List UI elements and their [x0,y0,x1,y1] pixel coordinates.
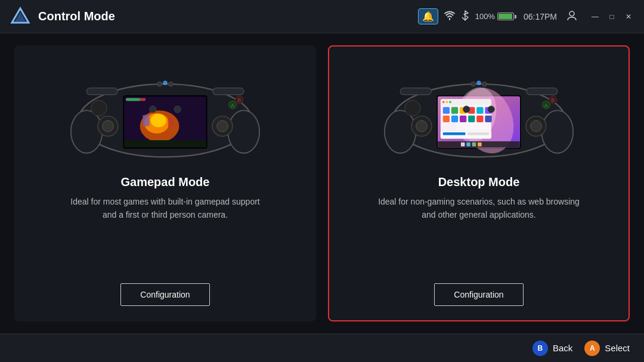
svg-rect-47 [441,103,491,105]
svg-point-78 [488,106,494,113]
svg-rect-52 [451,107,458,114]
svg-rect-62 [485,116,491,122]
svg-rect-44 [478,143,482,147]
gamepad-mode-title: Gamepad Mode [121,175,210,189]
gamepad-mode-card[interactable]: A B Gamepad Mode Ideal for most games wi… [14,45,316,321]
svg-point-81 [482,82,487,86]
svg-point-17 [103,120,114,132]
svg-rect-13 [124,140,206,147]
desktop-mode-title: Desktop Mode [438,175,520,189]
desktop-config-button[interactable]: Configuration [434,283,523,306]
svg-point-19 [217,120,228,132]
svg-rect-76 [527,88,558,95]
gamepad-config-button[interactable]: Configuration [120,283,209,306]
svg-text:B: B [551,97,555,103]
svg-rect-43 [472,143,476,147]
svg-rect-58 [451,116,458,122]
svg-point-2 [569,11,574,16]
svg-point-79 [471,82,476,86]
svg-point-31 [169,82,174,86]
svg-rect-25 [86,88,117,95]
svg-rect-42 [466,143,470,147]
svg-point-28 [174,106,181,113]
svg-text:A: A [544,103,548,109]
wifi-icon [444,11,455,23]
svg-point-49 [445,101,448,103]
svg-point-33 [385,110,416,153]
app-logo-icon [10,6,31,27]
svg-point-27 [150,106,156,113]
select-button[interactable]: A Select [584,341,630,356]
svg-text:B: B [237,97,241,103]
svg-point-77 [463,106,470,113]
svg-point-69 [531,120,542,132]
notification-bell-icon[interactable]: 🔔 [418,8,438,24]
svg-rect-15 [126,98,140,101]
user-icon [566,10,577,23]
svg-point-34 [541,110,573,153]
svg-rect-11 [143,115,149,126]
svg-rect-61 [476,116,483,122]
svg-rect-64 [443,132,466,135]
svg-point-67 [416,120,428,132]
back-button[interactable]: B Back [532,341,572,356]
svg-point-50 [449,101,451,103]
bluetooth-icon [461,10,469,23]
gamepad-device-image: A B [70,58,261,166]
back-badge: B [532,341,548,356]
battery-indicator: 100% [475,12,514,21]
maximize-button[interactable]: □ [606,11,618,23]
desktop-mode-description: Ideal for non-gaming scenarios, such as … [377,195,580,222]
select-badge: A [584,341,600,356]
bottom-bar: B Back A Select [0,333,644,362]
svg-rect-12 [168,117,174,128]
titlebar: Control Mode 🔔 100% [0,0,644,33]
minimize-button[interactable]: — [589,11,601,23]
svg-point-80 [476,81,481,85]
gamepad-mode-description: Ideal for most games with built-in gamep… [64,195,267,222]
svg-rect-55 [476,107,483,114]
svg-rect-57 [443,116,450,122]
svg-point-10 [151,114,166,128]
svg-text:A: A [231,103,234,109]
desktop-mode-card[interactable]: A B Desktop Mode Ideal for non-gaming sc… [328,45,630,321]
svg-point-48 [442,101,445,103]
svg-point-70 [405,100,420,116]
titlebar-title: Control Mode [38,10,411,23]
window-controls: — □ ✕ [589,11,634,23]
system-icons: 🔔 100% 06:17PM [418,8,577,24]
main-content: A B Gamepad Mode Ideal for most games wi… [0,33,644,333]
svg-rect-60 [468,116,475,122]
svg-rect-75 [400,88,431,95]
back-label: Back [553,343,572,353]
svg-rect-26 [213,88,244,95]
svg-point-4 [71,110,103,153]
svg-point-29 [157,82,162,86]
svg-point-30 [163,81,168,85]
svg-point-20 [91,100,107,116]
svg-rect-41 [461,143,465,147]
desktop-device-image: A B [383,58,574,166]
clock-display: 06:17PM [524,12,557,21]
battery-percentage: 100% [475,12,495,21]
svg-rect-65 [467,132,489,135]
svg-point-5 [228,110,259,153]
svg-rect-59 [460,116,466,122]
select-label: Select [605,343,630,353]
close-button[interactable]: ✕ [623,11,634,23]
svg-rect-51 [443,107,450,114]
